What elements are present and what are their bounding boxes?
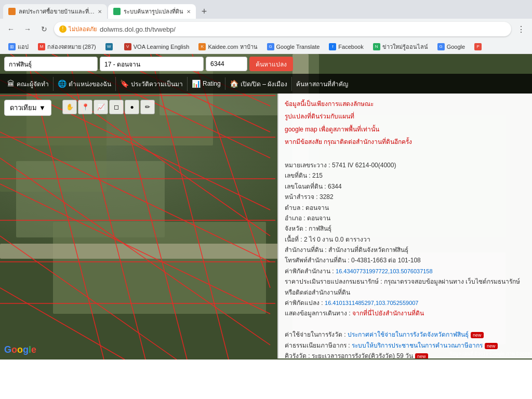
address-bar[interactable]: ! ไม่ปลอดภัย dolwms.dol.go.th/tvwebp/ — [54, 22, 511, 36]
nav-search-place[interactable]: ค้นหาสถานที่สำคัญ — [292, 77, 352, 91]
google-logo: Google — [4, 344, 36, 355]
tab-2-favicon — [113, 8, 121, 15]
bookmark-apps-label: แอป — [18, 42, 29, 51]
city-plan-icon: 🏠 — [230, 79, 238, 88]
bookmark-kaidee-icon: K — [198, 43, 206, 50]
history-icon: 🔖 — [120, 79, 129, 88]
svg-line-19 — [0, 236, 177, 360]
nav-open-close[interactable]: 🏠 เปิด/ปิด – ผังเมือง — [225, 77, 292, 91]
draw-hand-tool[interactable]: ✋ — [62, 100, 77, 114]
bookmark-gmail-icon: M — [38, 43, 45, 50]
nav-position-label: ตำแหน่งของฉัน — [69, 79, 111, 89]
browser-chrome: ลดประกาศซื้อขายบ้านและที่ดินฟรี! ✕ ระบบค… — [0, 0, 532, 54]
bookmark-voa[interactable]: V VOA Learning English — [120, 42, 194, 51]
tax-link[interactable]: ระบบให้บริการประชาชนในการคำนวณภาษีอากร — [352, 342, 483, 349]
bookmark-gmail-label: กล่องจดหมาย (287) — [47, 42, 96, 51]
bookmark-p[interactable]: P — [470, 42, 488, 51]
position-icon: 🌐 — [58, 79, 66, 88]
nav-admin[interactable]: 🏛 คณะผู้จัดทำ — [3, 77, 54, 91]
address-bar-row: ← → ↻ ! ไม่ปลอดภัย dolwms.dol.go.th/tvwe… — [0, 19, 532, 39]
satellite-view-button[interactable]: ดาวเทียม ▼ — [4, 100, 51, 116]
tax-badge: new — [485, 343, 498, 349]
tab-1-close[interactable]: ✕ — [98, 9, 102, 15]
reload-button[interactable]: ↻ — [37, 22, 51, 36]
coord-plot-row: ค่าพิกัดแปลง : 16.4101311485297,103.7052… — [285, 298, 526, 308]
svg-line-12 — [0, 132, 270, 262]
tab-2-close[interactable]: ✕ — [187, 9, 191, 15]
security-warning-text: ไม่ปลอดภัย — [69, 24, 97, 34]
search-button[interactable]: ค้นหาแปลง — [249, 57, 293, 71]
nav-rating[interactable]: 📊 Rating — [188, 77, 225, 90]
tab-1-label: ลดประกาศซื้อขายบ้านและที่ดินฟรี! — [19, 7, 95, 16]
queue-row: คิวรังวัด : ระยะเวลารอการรังวัด(คิวรังวั… — [285, 351, 526, 358]
tab-1[interactable]: ลดประกาศซื้อขายบ้านและที่ดินฟรี! ✕ — [3, 4, 107, 19]
bookmark-news[interactable]: N ข่าวใหม่รู้ออนไลน์ — [369, 41, 432, 52]
district-input[interactable] — [100, 57, 204, 71]
rating-icon: 📊 — [192, 79, 201, 88]
coord-office-label: ค่าพิกัดสำนักงาน : — [285, 268, 336, 275]
province-input[interactable] — [4, 57, 98, 71]
nav-toolbar: 🏛 คณะผู้จัดทำ 🌐 ตำแหน่งของฉัน 🔖 ประวัติค… — [0, 74, 532, 94]
parcel-number: หมายเลขระวาง : 5741 IV 6214-00(4000) — [285, 160, 526, 170]
draw-freehand-tool[interactable]: ✏ — [140, 100, 155, 114]
draw-line-tool[interactable]: 📈 — [94, 100, 108, 114]
new-tab-button[interactable]: + — [197, 4, 211, 19]
nav-open-close-label: เปิด/ปิด – ผังเมือง — [241, 79, 288, 89]
show-data-label: แสดงข้อมูลการเดินทาง : — [285, 310, 352, 317]
bookmark-wordpress[interactable]: W — [101, 42, 119, 51]
fee-link[interactable]: ประกาศค่าใช้จ่ายในการรังวัดจังหวัดกาฬสิน… — [348, 331, 469, 338]
land-no-input[interactable] — [206, 57, 247, 71]
draw-circle-tool[interactable]: ● — [125, 100, 139, 114]
bookmark-voa-label: VOA Learning English — [134, 44, 190, 50]
bookmark-gtranslate-icon: G — [267, 43, 274, 50]
nav-history[interactable]: 🔖 ประวัติความเป็นมา — [116, 77, 188, 91]
info-title-4: หากมีข้อสงสัย กรุณาติดต่อสำนักงานที่ดินอ… — [285, 137, 526, 147]
draw-pin-tool[interactable]: 📍 — [78, 100, 92, 114]
bookmark-gtranslate[interactable]: G Google Translate — [263, 42, 324, 51]
bookmark-facebook[interactable]: f Facebook — [325, 42, 367, 51]
bookmark-apps[interactable]: ⊞ แอป — [4, 41, 33, 52]
show-data-row: แสดงข้อมูลการเดินทาง : จากที่นี่ไปยังสำน… — [285, 308, 526, 318]
bookmark-kaidee-label: Kaidee.com หาบ้าน — [208, 42, 257, 51]
price-row: ราคาประเมินรายแปลงกรมธนารักษ์ : กรุณาตรว… — [285, 276, 526, 287]
browser-menu-button[interactable]: ⋮ — [514, 22, 528, 36]
forward-button[interactable]: → — [21, 22, 34, 36]
coord-office-row: ค่าพิกัดสำนักงาน : 16.43407731997722,103… — [285, 266, 526, 276]
nav-rating-label: Rating — [203, 80, 221, 87]
show-data-link[interactable]: จากที่นี่ไปยังสำนักงานที่ดิน — [352, 310, 424, 317]
back-button[interactable]: ← — [4, 22, 18, 36]
land-code: เลขโฉนดที่ดิน : 6344 — [285, 181, 526, 192]
map-draw-controls: ✋ 📍 📈 ◻ ● ✏ — [62, 100, 155, 114]
bookmark-news-icon: N — [373, 43, 380, 50]
queue-label: คิวรังวัด : ระยะเวลารอการรังวัด(คิวรังวั… — [285, 352, 413, 358]
bookmark-google-label: Google — [447, 44, 465, 50]
tab-2[interactable]: ระบบค้นหารูปแปลงที่ดิน ✕ — [108, 4, 196, 19]
address-text: dolwms.dol.go.th/tvwebp/ — [100, 25, 176, 33]
province: จังหวัด : กาฬสินธุ์ — [285, 223, 526, 234]
tab-1-favicon — [8, 8, 16, 15]
fee-badge: new — [471, 332, 484, 338]
bookmark-kaidee[interactable]: K Kaidee.com หาบ้าน — [194, 41, 261, 52]
bookmarks-bar: ⊞ แอป M กล่องจดหมาย (287) W V VOA Learni… — [0, 39, 532, 54]
svg-line-13 — [0, 184, 270, 314]
bookmark-google[interactable]: G Google — [433, 42, 469, 51]
nav-position[interactable]: 🌐 ตำแหน่งของฉัน — [54, 77, 116, 91]
bookmark-fb-icon: f — [329, 43, 336, 50]
area: เนื้อที่ : 2 ไร่ 0 งาน 0.0 ตารางวา — [285, 234, 526, 245]
dropdown-arrow-icon: ▼ — [39, 104, 46, 112]
coord-plot-link[interactable]: 16.4101311485297,103.7052559007 — [325, 300, 418, 306]
subdistrict: ตำบล : ดอนจาน — [285, 203, 526, 213]
draw-rect-tool[interactable]: ◻ — [109, 100, 124, 114]
bookmark-gtranslate-label: Google Translate — [276, 44, 320, 50]
search-bar-area: ค้นหาแปลง — [0, 54, 532, 74]
bookmark-gmail[interactable]: M กล่องจดหมาย (287) — [34, 41, 100, 52]
info-title-2: รูปแปลงที่ดินร่วมกับแผนที่ — [285, 111, 526, 122]
bookmark-p-icon: P — [474, 43, 482, 50]
bookmark-google-icon: G — [437, 43, 445, 50]
coord-office-link[interactable]: 16.43407731997722,103.5076037158 — [336, 268, 433, 274]
telephone: โทรศัพท์สำนักงานที่ดิน : 0-4381-1663 ต่อ… — [285, 255, 526, 265]
nav-admin-label: คณะผู้จัดทำ — [17, 79, 49, 89]
bookmark-wp-icon: W — [105, 43, 113, 50]
tax-label: ค่าธรรมเนียมภาษีอากร : — [285, 342, 352, 349]
office: สำนักงานที่ดิน : สำนักงานที่ดินจังหวัดกา… — [285, 245, 526, 255]
